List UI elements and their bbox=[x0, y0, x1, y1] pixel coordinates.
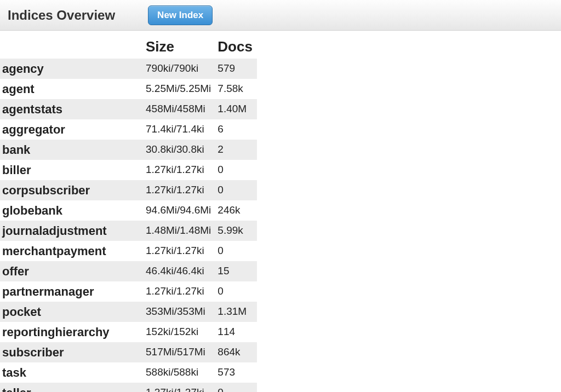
new-index-button[interactable]: New Index bbox=[148, 5, 213, 25]
table-row: corpsubscriber1.27ki/1.27ki0 bbox=[0, 180, 257, 200]
index-name[interactable]: corpsubscriber bbox=[0, 180, 144, 200]
index-size: 94.6Mi/94.6Mi bbox=[144, 200, 215, 221]
index-size: 152ki/152ki bbox=[144, 322, 215, 342]
index-name[interactable]: aggregator bbox=[0, 119, 144, 140]
index-name[interactable]: teller bbox=[0, 383, 144, 392]
index-docs: 246k bbox=[215, 200, 257, 221]
index-name[interactable]: bank bbox=[0, 140, 144, 160]
index-size: 1.27ki/1.27ki bbox=[144, 241, 215, 261]
index-docs: 15 bbox=[215, 261, 257, 281]
index-docs: 864k bbox=[215, 342, 257, 362]
index-name[interactable]: offer bbox=[0, 261, 144, 281]
table-row: agency790ki/790ki579 bbox=[0, 59, 257, 79]
table-row: offer46.4ki/46.4ki15 bbox=[0, 261, 257, 281]
index-docs: 5.99k bbox=[215, 221, 257, 241]
index-name[interactable]: subscriber bbox=[0, 342, 144, 362]
index-size: 1.27ki/1.27ki bbox=[144, 160, 215, 180]
index-size: 458Mi/458Mi bbox=[144, 99, 215, 119]
index-docs: 1.40M bbox=[215, 99, 257, 119]
index-docs: 7.58k bbox=[215, 79, 257, 99]
index-size: 1.27ki/1.27ki bbox=[144, 180, 215, 200]
table-row: task588ki/588ki573 bbox=[0, 362, 257, 383]
indices-table: Size Docs agency790ki/790ki579agent5.25M… bbox=[0, 33, 257, 392]
index-name[interactable]: task bbox=[0, 362, 144, 383]
index-name[interactable]: pocket bbox=[0, 302, 144, 322]
index-docs: 0 bbox=[215, 241, 257, 261]
index-name[interactable]: partnermanager bbox=[0, 281, 144, 302]
index-size: 30.8ki/30.8ki bbox=[144, 140, 215, 160]
index-name[interactable]: agent bbox=[0, 79, 144, 99]
index-size: 71.4ki/71.4ki bbox=[144, 119, 215, 140]
table-row: agent5.25Mi/5.25Mi7.58k bbox=[0, 79, 257, 99]
index-name[interactable]: journaladjustment bbox=[0, 221, 144, 241]
index-docs: 573 bbox=[215, 362, 257, 383]
index-docs: 0 bbox=[215, 281, 257, 302]
index-name[interactable]: reportinghierarchy bbox=[0, 322, 144, 342]
table-row: reportinghierarchy152ki/152ki114 bbox=[0, 322, 257, 342]
index-name[interactable]: agentstats bbox=[0, 99, 144, 119]
col-name-header bbox=[0, 33, 144, 59]
index-docs: 0 bbox=[215, 180, 257, 200]
table-row: journaladjustment1.48Mi/1.48Mi5.99k bbox=[0, 221, 257, 241]
table-row: teller1.27ki/1.27ki0 bbox=[0, 383, 257, 392]
table-row: agentstats458Mi/458Mi1.40M bbox=[0, 99, 257, 119]
index-name[interactable]: biller bbox=[0, 160, 144, 180]
col-docs-header: Docs bbox=[215, 33, 257, 59]
index-docs: 2 bbox=[215, 140, 257, 160]
table-header-row: Size Docs bbox=[0, 33, 257, 59]
index-size: 5.25Mi/5.25Mi bbox=[144, 79, 215, 99]
index-size: 1.48Mi/1.48Mi bbox=[144, 221, 215, 241]
table-row: aggregator71.4ki/71.4ki6 bbox=[0, 119, 257, 140]
index-name[interactable]: globebank bbox=[0, 200, 144, 221]
index-size: 46.4ki/46.4ki bbox=[144, 261, 215, 281]
col-size-header: Size bbox=[144, 33, 215, 59]
index-docs: 1.31M bbox=[215, 302, 257, 322]
table-row: subscriber517Mi/517Mi864k bbox=[0, 342, 257, 362]
index-size: 1.27ki/1.27ki bbox=[144, 383, 215, 392]
page-title: Indices Overview bbox=[8, 8, 115, 23]
index-size: 353Mi/353Mi bbox=[144, 302, 215, 322]
index-docs: 0 bbox=[215, 383, 257, 392]
index-size: 517Mi/517Mi bbox=[144, 342, 215, 362]
table-row: pocket353Mi/353Mi1.31M bbox=[0, 302, 257, 322]
index-docs: 6 bbox=[215, 119, 257, 140]
table-row: globebank94.6Mi/94.6Mi246k bbox=[0, 200, 257, 221]
table-row: partnermanager1.27ki/1.27ki0 bbox=[0, 281, 257, 302]
index-size: 588ki/588ki bbox=[144, 362, 215, 383]
table-row: merchantpayment1.27ki/1.27ki0 bbox=[0, 241, 257, 261]
index-size: 1.27ki/1.27ki bbox=[144, 281, 215, 302]
table-row: biller1.27ki/1.27ki0 bbox=[0, 160, 257, 180]
index-name[interactable]: merchantpayment bbox=[0, 241, 144, 261]
index-docs: 0 bbox=[215, 160, 257, 180]
index-size: 790ki/790ki bbox=[144, 59, 215, 79]
index-docs: 579 bbox=[215, 59, 257, 79]
index-docs: 114 bbox=[215, 322, 257, 342]
table-row: bank30.8ki/30.8ki2 bbox=[0, 140, 257, 160]
header-bar: Indices Overview New Index bbox=[0, 0, 561, 31]
index-name[interactable]: agency bbox=[0, 59, 144, 79]
